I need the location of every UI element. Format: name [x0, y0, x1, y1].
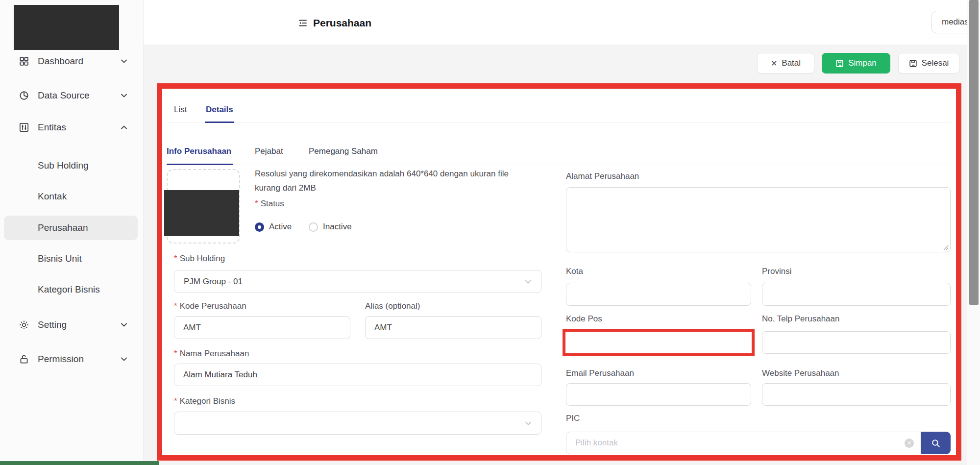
subtabbar-divider [167, 165, 952, 165]
save-button-label: Simpan [848, 58, 877, 68]
tab-details-underline [205, 122, 234, 123]
sidebar-item-label: Setting [38, 319, 67, 330]
upload-resolution-note: Resolusi yang direkomendasikan adalah 64… [255, 167, 564, 195]
sidebar-item-label: Dashboard [38, 56, 83, 67]
top-header: Perusahaan mediasarana [144, 0, 967, 45]
provinsi-input[interactable] [762, 283, 951, 306]
chevron-up-icon [120, 123, 128, 131]
kode-pos-highlight [563, 329, 755, 356]
tab-details[interactable]: Details [206, 105, 233, 115]
cancel-button[interactable]: ✕ Batal [757, 53, 814, 73]
telp-input[interactable] [762, 331, 951, 354]
kategori-bisnis-select[interactable] [174, 412, 541, 435]
sidebar-subitem-label: Bisnis Unit [38, 253, 82, 264]
sidebar-item-label: Entitas [38, 122, 66, 133]
pic-field: ✕ [566, 432, 951, 454]
radio-unselected-icon [309, 222, 318, 232]
tab-info-underline [167, 164, 233, 165]
radio-inactive[interactable]: Inactive [309, 222, 352, 232]
save-button[interactable]: Simpan [822, 53, 890, 73]
company-logo-redacted [164, 190, 239, 236]
tabbar-divider [167, 122, 952, 123]
finish-button[interactable]: Selesai [898, 53, 959, 73]
sidebar-subitem-label: Sub Holding [38, 160, 89, 171]
email-input[interactable] [566, 383, 751, 406]
kota-label: Kota [566, 267, 583, 276]
pic-search-button[interactable] [921, 432, 951, 454]
app-window: Dashboard Data Source Entitas [0, 0, 980, 465]
sidebar-item-dashboard[interactable]: Dashboard [0, 50, 144, 73]
finish-button-label: Selesai [922, 58, 949, 68]
menu-fold-icon[interactable] [298, 18, 308, 28]
chevron-down-icon [524, 419, 532, 427]
sidebar-subitem-sub-holding[interactable]: Sub Holding [0, 153, 144, 178]
tab-pemegang-saham[interactable]: Pemegang Saham [309, 147, 378, 156]
provinsi-label: Provinsi [762, 267, 791, 276]
pic-label: PIC [566, 414, 580, 423]
pie-chart-icon [19, 90, 29, 101]
sidebar-item-permission[interactable]: Permission [0, 348, 144, 370]
nama-perusahaan-input[interactable] [174, 364, 541, 386]
nama-perusahaan-label: *Nama Perusahaan [174, 349, 249, 359]
tab-list[interactable]: List [174, 105, 187, 115]
sidebar-item-entitas[interactable]: Entitas [0, 116, 144, 139]
chevron-down-icon [120, 355, 128, 363]
close-icon: ✕ [771, 59, 777, 68]
search-icon [931, 439, 940, 448]
cancel-button-label: Batal [782, 58, 801, 68]
footer-green-bar [0, 461, 159, 465]
sidebar-item-setting[interactable]: Setting [0, 314, 144, 336]
radio-active[interactable]: Active [255, 222, 292, 232]
sidebar-subitem-label: Kategori Bisnis [38, 284, 100, 295]
kategori-bisnis-label: *Kategori Bisnis [174, 396, 235, 406]
sub-holding-select-value: PJM Group - 01 [184, 277, 243, 287]
kota-input[interactable] [566, 283, 751, 306]
tab-pejabat[interactable]: Pejabat [255, 147, 283, 156]
clear-icon[interactable]: ✕ [905, 439, 914, 448]
sidebar-subitem-kategori-bisnis[interactable]: Kategori Bisnis [0, 277, 144, 302]
website-label: Website Perusahaan [762, 368, 839, 378]
sub-holding-label: *Sub Holding [174, 254, 225, 264]
alamat-label: Alamat Perusahaan [566, 171, 639, 181]
radio-active-label: Active [269, 222, 292, 232]
lock-icon [19, 354, 29, 365]
pic-input[interactable] [566, 432, 909, 454]
radio-inactive-label: Inactive [323, 222, 352, 232]
scrollbar-track[interactable] [967, 0, 980, 465]
sidebar-subitem-bisnis-unit[interactable]: Bisnis Unit [0, 246, 144, 271]
app-logo-redacted [14, 5, 119, 50]
sidebar-subitem-perusahaan-active[interactable]: Perusahaan [0, 216, 144, 240]
sub-holding-select[interactable]: PJM Group - 01 [174, 270, 541, 293]
chevron-down-icon [120, 92, 128, 99]
alamat-textarea[interactable] [566, 187, 951, 252]
kode-pos-label: Kode Pos [566, 314, 602, 324]
tab-info-perusahaan[interactable]: Info Perusahaan [167, 147, 231, 156]
resize-handle-icon[interactable] [942, 244, 949, 250]
chevron-down-icon [120, 57, 128, 65]
sidebar-item-label: Permission [38, 354, 84, 365]
website-input[interactable] [762, 383, 951, 406]
sidebar-subitem-kontak[interactable]: Kontak [0, 184, 144, 209]
sidebar-subitem-label: Kontak [38, 191, 67, 202]
alias-label: Alias (optional) [365, 301, 420, 311]
telp-label: No. Telp Perusahaan [762, 314, 839, 324]
chevron-down-icon [120, 321, 128, 329]
save-icon [909, 59, 917, 68]
chevron-down-icon [524, 278, 532, 286]
sidebar-item-data-source[interactable]: Data Source [0, 84, 144, 107]
sidebar: Dashboard Data Source Entitas [0, 0, 144, 465]
save-icon [835, 59, 844, 68]
scrollbar-thumb[interactable] [969, 0, 979, 305]
radio-selected-icon [255, 222, 264, 232]
status-label: *Status [255, 199, 284, 209]
email-label: Email Perusahaan [566, 368, 634, 378]
gear-icon [19, 319, 29, 330]
sidebar-item-label: Data Source [38, 90, 90, 101]
alias-input[interactable] [365, 316, 541, 339]
control-sliders-icon [19, 122, 29, 133]
sidebar-subitem-label: Perusahaan [38, 222, 88, 233]
page-title: Perusahaan [313, 17, 371, 29]
kode-perusahaan-input[interactable] [174, 316, 350, 339]
kode-pos-input[interactable] [565, 332, 752, 353]
kode-perusahaan-label: *Kode Perusahaan [174, 301, 246, 311]
